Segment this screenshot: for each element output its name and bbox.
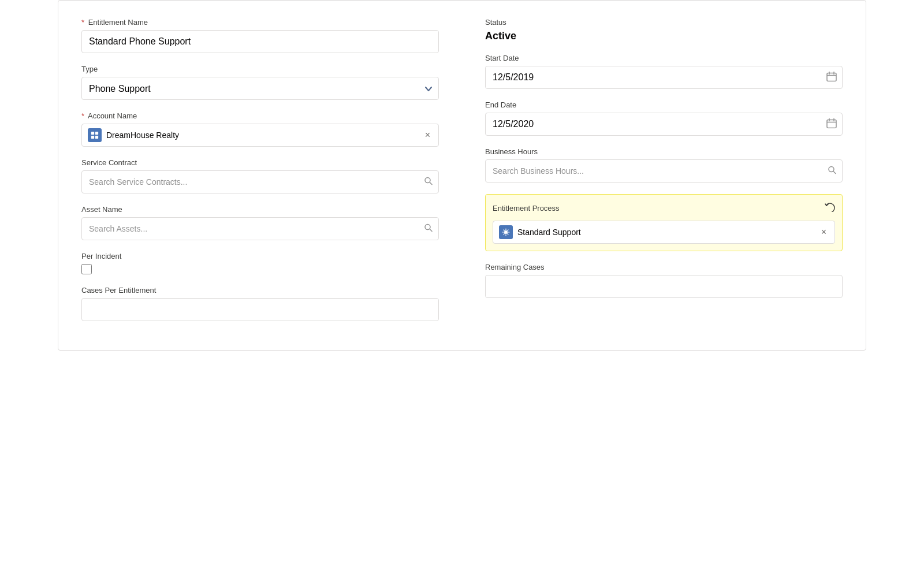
start-date-label: Start Date <box>485 54 843 62</box>
service-contract-label: Service Contract <box>81 158 439 167</box>
entitlement-process-icon-box <box>499 225 513 239</box>
asset-name-group: Asset Name <box>81 205 439 240</box>
entitlement-name-label: * Entitlement Name <box>81 18 439 27</box>
per-incident-label: Per Incident <box>81 252 439 260</box>
account-icon <box>91 131 99 139</box>
service-contract-wrapper <box>81 170 439 193</box>
service-contract-input[interactable] <box>81 170 439 193</box>
undo-icon <box>825 202 835 215</box>
form-container: * Entitlement Name Standard Phone Suppor… <box>58 0 866 351</box>
business-hours-input[interactable] <box>485 159 843 183</box>
business-hours-group: Business Hours <box>485 147 843 183</box>
end-date-label: End Date <box>485 100 843 109</box>
status-label: Status <box>485 18 843 27</box>
entitlement-process-label: Entitlement Process <box>493 204 560 213</box>
entitlement-process-clear-button[interactable]: × <box>819 227 829 237</box>
per-incident-checkbox[interactable] <box>81 264 92 274</box>
account-clear-icon: × <box>425 130 430 140</box>
account-name-label: * Account Name <box>81 111 439 120</box>
remaining-cases-input[interactable] <box>485 275 843 298</box>
entitlement-process-section: Entitlement Process <box>485 194 843 251</box>
entitlement-name-group: * Entitlement Name Standard Phone Suppor… <box>81 18 439 53</box>
form-grid: * Entitlement Name Standard Phone Suppor… <box>81 18 843 333</box>
svg-rect-2 <box>91 136 94 139</box>
entitlement-process-icon <box>502 228 510 236</box>
entitlement-process-field[interactable]: Standard Support × <box>493 221 835 244</box>
status-group: Status Active <box>485 18 843 42</box>
svg-rect-1 <box>95 132 98 135</box>
svg-rect-3 <box>95 136 98 139</box>
business-hours-wrapper <box>485 159 843 183</box>
type-select[interactable]: Phone Support Web Support Email Support <box>81 77 439 100</box>
service-contract-group: Service Contract <box>81 158 439 193</box>
entitlement-process-header: Entitlement Process <box>493 202 835 215</box>
start-date-input[interactable] <box>485 66 843 89</box>
type-select-wrapper: Phone Support Web Support Email Support <box>81 77 439 100</box>
left-column: * Entitlement Name Standard Phone Suppor… <box>81 18 439 333</box>
account-name-clear-button[interactable]: × <box>423 130 433 140</box>
type-group: Type Phone Support Web Support Email Sup… <box>81 65 439 100</box>
account-icon-box <box>88 128 102 142</box>
cases-per-entitlement-input[interactable] <box>81 298 439 321</box>
end-date-group: End Date <box>485 100 843 136</box>
per-incident-group: Per Incident <box>81 252 439 274</box>
type-label: Type <box>81 65 439 73</box>
entitlement-name-input[interactable]: Standard Phone Support <box>81 30 439 53</box>
cases-per-entitlement-label: Cases Per Entitlement <box>81 286 439 295</box>
entitlement-process-inner: Standard Support <box>499 225 819 239</box>
asset-name-input[interactable] <box>81 217 439 240</box>
start-date-group: Start Date <box>485 54 843 89</box>
start-date-wrapper <box>485 66 843 89</box>
business-hours-label: Business Hours <box>485 147 843 156</box>
svg-point-9 <box>504 230 508 234</box>
remaining-cases-label: Remaining Cases <box>485 263 843 271</box>
remaining-cases-group: Remaining Cases <box>485 263 843 298</box>
per-incident-checkbox-wrapper <box>81 264 439 274</box>
end-date-wrapper <box>485 113 843 136</box>
svg-rect-0 <box>91 132 94 135</box>
entitlement-process-value: Standard Support <box>517 228 819 237</box>
required-star: * <box>81 18 84 27</box>
account-name-inner: DreamHouse Realty <box>88 128 423 142</box>
entitlement-process-undo-button[interactable] <box>825 202 835 215</box>
asset-name-label: Asset Name <box>81 205 439 214</box>
account-required-star: * <box>81 111 84 120</box>
entitlement-process-group: Entitlement Process <box>485 194 843 251</box>
right-column: Status Active Start Date <box>485 18 843 333</box>
entitlement-process-clear-icon: × <box>821 227 826 237</box>
account-name-value: DreamHouse Realty <box>106 131 423 140</box>
account-name-group: * Account Name DreamHouse <box>81 111 439 147</box>
cases-per-entitlement-group: Cases Per Entitlement <box>81 286 439 321</box>
end-date-input[interactable] <box>485 113 843 136</box>
asset-name-wrapper <box>81 217 439 240</box>
status-value: Active <box>485 30 843 42</box>
account-name-field[interactable]: DreamHouse Realty × <box>81 124 439 147</box>
